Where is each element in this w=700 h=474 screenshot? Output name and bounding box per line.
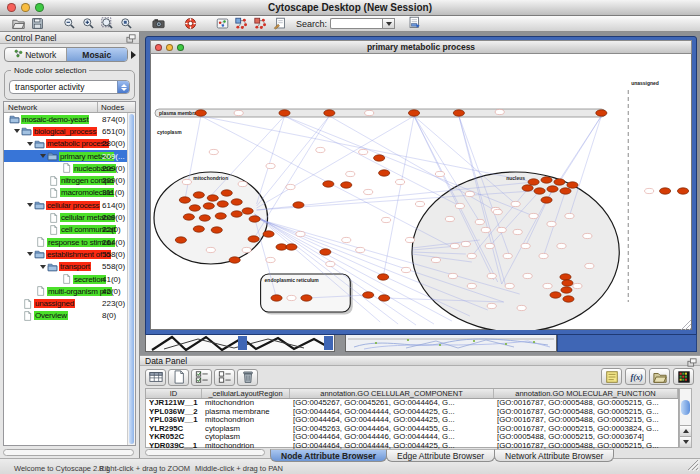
network-node-selected-color[interactable] [534,188,545,194]
snapshot-camera-button[interactable] [150,16,167,31]
network-node-selected-color[interactable] [323,181,334,187]
network-node[interactable] [565,213,574,218]
network-node-selected-color[interactable] [199,215,210,221]
tree-expand-arrow-icon[interactable] [40,265,46,269]
network-node[interactable] [450,243,459,248]
help-lifering-button[interactable] [182,16,199,31]
node-color-combobox[interactable]: transporter activity [9,80,130,94]
tree-row[interactable]: multi-organism pro42(0) [4,285,127,297]
network-node[interactable] [511,201,520,206]
network-node[interactable] [234,110,243,115]
tree-row[interactable]: metabolic process280(0) [4,138,127,150]
network-node-selected-color[interactable] [221,190,232,196]
table-scrollbar[interactable] [679,388,692,448]
tree-row[interactable]: biological_process651(0) [4,125,127,137]
tree-column-nodes[interactable]: Nodes [98,102,135,112]
network-node[interactable] [517,305,526,310]
network-node-selected-color[interactable] [203,203,214,209]
column-header[interactable]: _cellularLayoutRegion [202,389,290,398]
network-node-selected-color[interactable] [231,211,242,217]
tree-row[interactable]: unassigned223(0) [4,297,127,309]
network-node-selected-color[interactable] [211,227,222,233]
network-node-selected-color[interactable] [378,274,389,280]
close-view-icon[interactable] [155,44,162,51]
network-node-selected-color[interactable] [522,185,533,191]
network-node[interactable] [395,179,404,184]
table-row[interactable]: YPL036W__2plasma membrane[GO:0044464, GO… [146,408,678,417]
network-node[interactable] [497,227,506,232]
network-node-selected-color[interactable] [554,179,565,185]
select-attributes-button[interactable] [191,369,212,386]
zoom-view-icon[interactable] [177,44,184,51]
network-node-selected-color[interactable] [677,188,688,194]
network-node-selected-color[interactable] [301,295,312,301]
network-node[interactable] [435,171,444,176]
network-node[interactable] [415,201,424,206]
network-node[interactable] [266,163,275,168]
zoom-window-icon[interactable] [35,3,44,12]
tree-row[interactable]: establishment of lo558(0) [4,248,127,260]
zoom-fit-button[interactable] [118,16,135,31]
network-node[interactable] [585,263,594,268]
heatmap-button[interactable] [673,368,694,385]
network-node-selected-color[interactable] [229,257,240,263]
network-node-selected-color[interactable] [324,110,335,116]
network-node-selected-color[interactable] [379,170,390,176]
network-node-selected-color[interactable] [596,110,607,116]
network-node[interactable] [645,188,654,193]
network-node-selected-color[interactable] [175,237,186,243]
network-node[interactable] [583,233,592,238]
scroll-up-icon[interactable] [680,425,691,436]
network-node[interactable] [405,237,414,242]
network-node[interactable] [445,216,454,221]
network-node[interactable] [182,179,191,184]
column-header[interactable]: annotation.GO CELLULAR_COMPONENT [290,389,494,398]
tree-expand-arrow-icon[interactable] [27,142,33,146]
tree-row[interactable]: response to stimulu264(0) [4,236,127,248]
network-node-selected-color[interactable] [560,274,571,280]
network-node[interactable] [493,209,502,214]
network-node[interactable] [365,110,374,115]
network-node-selected-color[interactable] [541,177,552,183]
network-node[interactable] [503,253,512,258]
tree-row[interactable]: macromolecule311(0) [4,187,127,199]
network-node[interactable] [286,184,295,189]
network-node-selected-color[interactable] [242,208,253,214]
column-header[interactable]: ID [146,389,202,398]
network-node[interactable] [467,253,476,258]
network-node-selected-color[interactable] [341,182,352,188]
network-node[interactable] [342,237,351,242]
network-node-selected-color[interactable] [189,205,200,211]
zoom-selected-button[interactable] [99,16,116,31]
network-node-selected-color[interactable] [271,295,282,301]
resize-grip-icon[interactable] [687,459,699,473]
network-node[interactable] [475,219,484,224]
network-node[interactable] [206,247,215,252]
network-node[interactable] [505,283,514,288]
tab-network[interactable]: Network [5,48,67,61]
network-node-selected-color[interactable] [286,244,297,250]
network-node-selected-color[interactable] [374,155,385,161]
network-window-titlebar[interactable]: primary metabolic process [150,40,692,54]
network-node-selected-color[interactable] [193,226,204,232]
tab-overflow-arrow-icon[interactable] [131,51,136,59]
zoom-in-button[interactable] [80,16,97,31]
network-node-selected-color[interactable] [249,216,260,222]
network-node-selected-color[interactable] [207,195,218,201]
network-canvas[interactable]: plasma membranecytoplasmmitochondrionnuc… [150,54,692,330]
open-file-button[interactable] [10,16,27,31]
network-node-selected-color[interactable] [541,197,552,203]
table-row[interactable]: YPL036W__1mitochondrion[GO:0044464, GO:0… [146,416,678,425]
zoom-out-button[interactable] [61,16,78,31]
search-dropdown-button[interactable] [382,18,395,29]
tree-scrollbar[interactable] [127,113,135,445]
network-node-selected-color[interactable] [561,287,572,293]
network-node[interactable] [287,295,296,300]
unselect-attributes-button[interactable] [214,369,235,386]
network-node[interactable] [557,243,566,248]
network-node-selected-color[interactable] [193,192,204,198]
tab-network-attribute-browser[interactable]: Network Attribute Browser [494,449,614,462]
network-node[interactable] [266,257,275,262]
tree-row[interactable]: Overview8(0) [4,310,127,322]
network-node-selected-color[interactable] [547,186,558,192]
